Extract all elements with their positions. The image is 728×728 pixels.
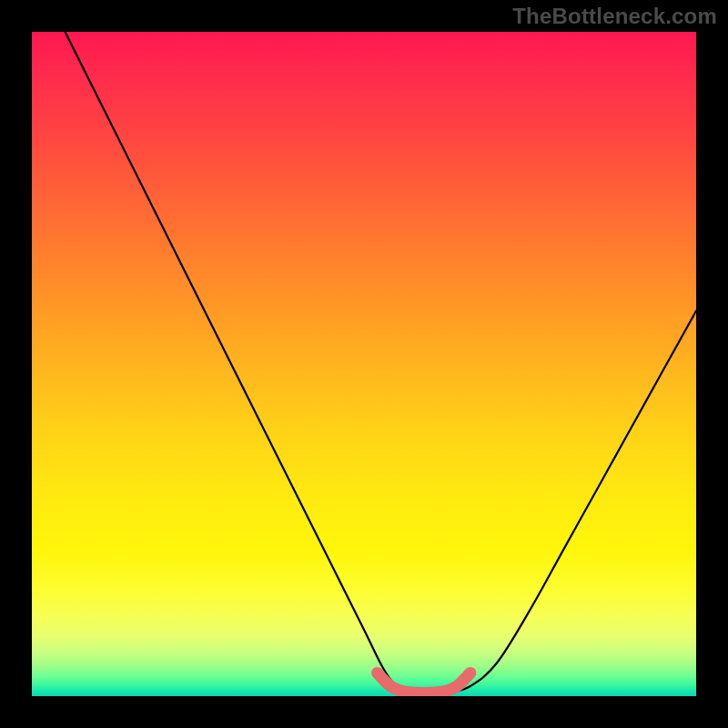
flat-bottom-marker	[378, 672, 470, 693]
bottleneck-curve	[66, 32, 697, 693]
chart-frame: TheBottleneck.com	[0, 0, 728, 728]
watermark-text: TheBottleneck.com	[512, 4, 717, 29]
curve-layer	[32, 32, 696, 696]
plot-area	[32, 32, 696, 696]
